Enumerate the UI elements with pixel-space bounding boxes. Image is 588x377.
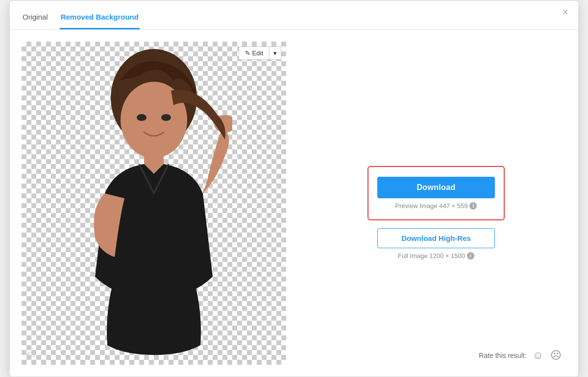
rate-sad-button[interactable]: ☹ xyxy=(549,348,563,363)
image-panel: ✎ Edit ▾ 🏷 xyxy=(22,42,286,365)
full-image-label: Full Image 1200 × 1500 i xyxy=(398,252,474,259)
download-highres-button[interactable]: Download High-Res xyxy=(377,228,495,248)
modal-body: ✎ Edit ▾ 🏷 Download Preview Image 447 × … xyxy=(10,30,578,377)
download-button[interactable]: Download xyxy=(377,177,495,198)
close-button[interactable]: × xyxy=(562,7,568,18)
edit-dropdown-button[interactable]: ▾ xyxy=(269,47,281,60)
svg-point-5 xyxy=(161,114,171,121)
preview-label: Preview Image 447 × 559 i xyxy=(395,202,477,210)
edit-button-group: ✎ Edit ▾ xyxy=(239,47,281,60)
right-panel: Download Preview Image 447 × 559 i Downl… xyxy=(306,42,566,365)
person-image xyxy=(75,42,232,365)
rate-happy-button[interactable]: ☺ xyxy=(532,348,544,363)
tab-original[interactable]: Original xyxy=(22,10,49,29)
preview-info-icon[interactable]: i xyxy=(469,202,477,210)
download-section: Download Preview Image 447 × 559 i xyxy=(368,166,505,220)
tab-removed-background[interactable]: Removed Background xyxy=(60,10,140,29)
svg-point-4 xyxy=(137,114,147,121)
modal-header: Original Removed Background × xyxy=(10,1,578,30)
image-container xyxy=(22,42,286,365)
rate-label: Rate this result: xyxy=(479,352,526,359)
fullimage-info-icon[interactable]: i xyxy=(467,252,474,259)
rate-section: Rate this result: ☺ ☹ xyxy=(479,348,563,363)
edit-button[interactable]: ✎ Edit xyxy=(239,47,269,60)
highres-section: Download High-Res Full Image 1200 × 1500… xyxy=(368,228,505,259)
modal-container: Original Removed Background × xyxy=(10,1,578,377)
bookmark-icon: 🏷 xyxy=(26,350,35,360)
